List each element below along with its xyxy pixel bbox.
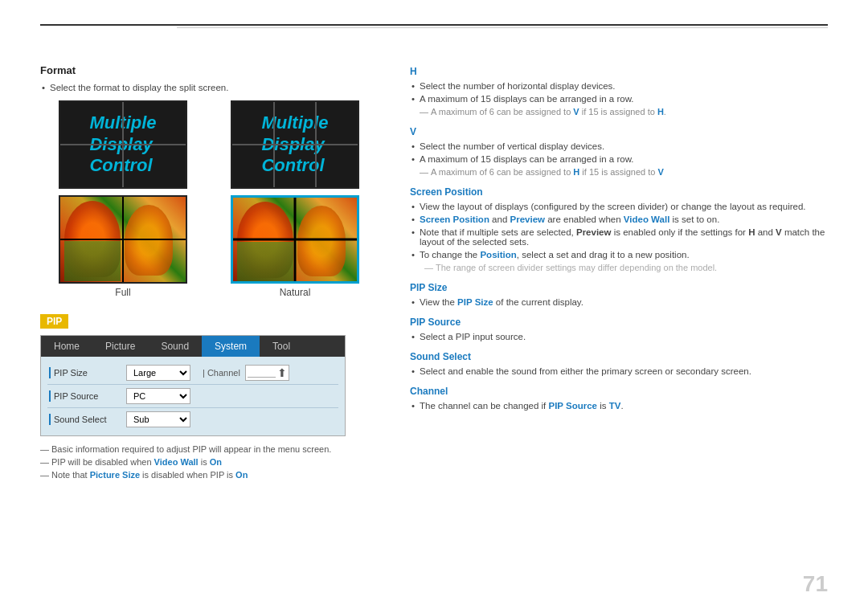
pip-sound-select[interactable]: Sub Main <box>126 411 190 427</box>
format-item-3: Full <box>40 195 206 298</box>
pip-tab-picture[interactable]: Picture <box>92 336 148 357</box>
pip-channel-label: | Channel <box>203 368 240 378</box>
pip-size-section: PIP Size View the PIP Size of the curren… <box>410 282 828 307</box>
pip-size-bullet: View the PIP Size of the current display… <box>420 297 828 307</box>
h-note: A maximum of 6 can be assigned to V if 1… <box>420 107 828 116</box>
sp-bullet-4: To change the Position, select a set and… <box>420 250 828 260</box>
pip-sound-label: Sound Select <box>54 415 126 424</box>
screen-position-section: Screen Position View the layout of displ… <box>410 186 828 272</box>
h-letter: H <box>410 66 828 77</box>
format-item-4: Natural <box>212 195 378 298</box>
format-title: Format <box>40 64 378 76</box>
pip-note-3: Note that Picture Size is disabled when … <box>40 470 378 480</box>
format-item-1: MultipleDisplayControl <box>40 100 206 189</box>
format-item-2: MultipleDisplayControl <box>212 100 378 189</box>
h-section: H Select the number of horizontal displa… <box>410 66 828 116</box>
format-image-1: MultipleDisplayControl <box>59 100 187 189</box>
format-bullet: Select the format to display the split s… <box>50 83 378 92</box>
sp-bullet-3: Note that if multiple sets are selected,… <box>420 227 828 247</box>
channel-title: Channel <box>410 386 828 397</box>
pip-section: PIP Home Picture Sound System Tool PIP S… <box>40 314 378 480</box>
pip-menu-ui: Home Picture Sound System Tool PIP Size … <box>40 335 346 436</box>
pip-source-label: PIP Source <box>54 391 126 401</box>
h-bullet-1: Select the number of horizontal display … <box>420 81 828 91</box>
sound-select-section: Sound Select Select and enable the sound… <box>410 351 828 376</box>
pip-size-select[interactable]: Large Medium Small <box>126 365 190 381</box>
format-image-4 <box>231 195 359 284</box>
pip-row-size: PIP Size Large Medium Small | Channel ⬆ <box>47 362 338 385</box>
format-label-1: Full <box>115 287 130 298</box>
channel-section: Channel The channel can be changed if PI… <box>410 386 828 411</box>
pip-notes: Basic information required to adjust PIP… <box>40 444 378 480</box>
pip-tab-sound[interactable]: Sound <box>148 336 202 357</box>
page-number: 71 <box>803 571 828 597</box>
photo-grid-1 <box>60 197 186 282</box>
v-section: V Select the number of vertical display … <box>410 126 828 177</box>
sp-note: —The range of screen divider settings ma… <box>424 263 828 272</box>
channel-bullet: The channel can be changed if PIP Source… <box>420 401 828 411</box>
pip-note-2-text: PIP will be disabled when Video Wall is … <box>51 457 222 467</box>
right-column: H Select the number of horizontal displa… <box>410 64 828 483</box>
format-image-3 <box>59 195 187 284</box>
top-border <box>40 24 828 26</box>
h-bullet-2: A maximum of 15 displays can be arranged… <box>420 94 828 104</box>
page-container: Format Select the format to display the … <box>0 0 868 613</box>
sound-select-bullet: Select and enable the sound from either … <box>420 366 828 376</box>
v-bullet-1: Select the number of vertical display de… <box>420 141 828 151</box>
pip-size-label: PIP Size <box>54 368 126 378</box>
pip-source-bullet: Select a PIP input source. <box>420 332 828 341</box>
pip-source-section: PIP Source Select a PIP input source. <box>410 317 828 341</box>
format-grid: MultipleDisplayControl MultipleDisplayCo… <box>40 100 378 298</box>
pip-size-title: PIP Size <box>410 282 828 293</box>
pip-note-1: Basic information required to adjust PIP… <box>40 444 378 454</box>
pip-tab-system[interactable]: System <box>202 336 260 357</box>
pip-source-title: PIP Source <box>410 317 828 328</box>
pip-tabs: Home Picture Sound System Tool <box>41 336 345 357</box>
sp-bullet-1: View the layout of displays (configured … <box>420 202 828 211</box>
format-label-2: Natural <box>280 287 311 298</box>
v-letter: V <box>410 126 828 137</box>
pip-source-select[interactable]: PC TV HDMI <box>126 388 190 404</box>
pip-row-bar-2 <box>49 390 51 402</box>
sound-select-title: Sound Select <box>410 351 828 362</box>
pip-row-sound: Sound Select Sub Main <box>47 408 338 431</box>
pip-note-3-text: Note that Picture Size is disabled when … <box>51 470 248 480</box>
format-image-2: MultipleDisplayControl <box>231 100 359 189</box>
v-note: A maximum of 6 can be assigned to H if 1… <box>420 167 828 177</box>
pip-row-bar-1 <box>49 367 51 378</box>
pip-row-bar-3 <box>49 414 51 425</box>
pip-row-source: PIP Source PC TV HDMI <box>47 385 338 408</box>
pip-badge: PIP <box>40 314 68 329</box>
pip-content: PIP Size Large Medium Small | Channel ⬆ <box>41 357 345 435</box>
pip-tab-home[interactable]: Home <box>41 336 92 357</box>
format-section: Format Select the format to display the … <box>40 64 378 298</box>
pip-channel-input[interactable]: ⬆ <box>245 365 289 381</box>
top-border-thin <box>177 27 828 28</box>
left-column: Format Select the format to display the … <box>40 64 378 483</box>
main-layout: Format Select the format to display the … <box>40 64 828 483</box>
v-bullet-2: A maximum of 15 displays can be arranged… <box>420 154 828 164</box>
pip-note-1-text: Basic information required to adjust PIP… <box>51 444 331 454</box>
pip-note-2: PIP will be disabled when Video Wall is … <box>40 457 378 467</box>
screen-position-title: Screen Position <box>410 186 828 198</box>
pip-tab-tool[interactable]: Tool <box>260 336 303 357</box>
sp-bullet-2: Screen Position and Preview are enabled … <box>420 215 828 224</box>
